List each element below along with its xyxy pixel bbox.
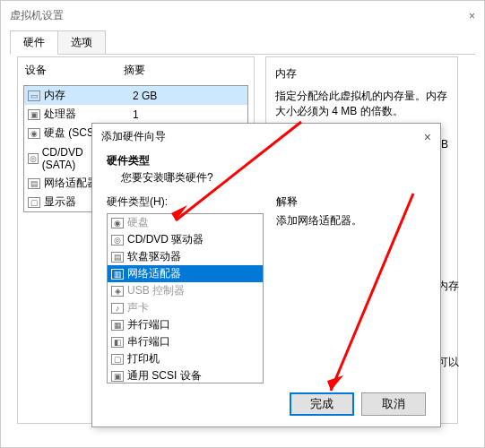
printer-icon: ▢ xyxy=(111,354,124,365)
device-name: 处理器 xyxy=(44,107,129,122)
hw-item-cd[interactable]: ◎CD/DVD 驱动器 xyxy=(108,231,263,248)
explanation-text: 添加网络适配器。 xyxy=(276,213,426,228)
memory-note: 指定分配给此虚拟机的内存量。内存大小必须为 4 MB 的倍数。 xyxy=(275,89,448,119)
hw-item-label: 打印机 xyxy=(127,351,160,366)
parallel-icon: ▦ xyxy=(111,320,124,331)
device-row[interactable]: ▭内存2 GB xyxy=(24,86,247,105)
memory-title: 内存 xyxy=(275,66,448,82)
network-icon: ▤ xyxy=(28,178,40,189)
serial-icon: ◧ xyxy=(111,337,124,348)
hw-item-label: 并行端口 xyxy=(127,317,170,332)
wizard-subheading: 您要安装哪类硬件? xyxy=(107,170,426,185)
hw-item-usb[interactable]: ◈USB 控制器 xyxy=(108,282,263,299)
scsi-icon: ▣ xyxy=(111,371,124,382)
hw-item-label: 软盘驱动器 xyxy=(127,249,181,264)
wizard-heading: 硬件类型 xyxy=(107,153,426,168)
cdrom-icon: ◎ xyxy=(28,153,39,164)
hw-item-serial[interactable]: ◧串行端口 xyxy=(108,333,263,350)
disk-icon: ◉ xyxy=(28,128,40,139)
close-icon[interactable]: × xyxy=(424,130,431,144)
floppy-icon: ▤ xyxy=(111,252,124,263)
device-summary: 2 GB xyxy=(133,90,157,102)
display-icon: ▢ xyxy=(28,197,40,208)
hw-item-label: 通用 SCSI 设备 xyxy=(127,368,202,383)
cancel-button[interactable]: 取消 xyxy=(361,392,426,416)
cdrom-icon: ◎ xyxy=(111,235,124,246)
hw-item-network[interactable]: ▥网络适配器 xyxy=(108,265,263,282)
usb-icon: ◈ xyxy=(111,286,124,297)
memory-icon: ▭ xyxy=(28,90,40,101)
device-summary: 1 xyxy=(133,108,139,121)
hw-types-list: ◉硬盘 ◎CD/DVD 驱动器 ▤软盘驱动器 ▥网络适配器 ◈USB 控制器 ♪… xyxy=(107,213,264,383)
disk-icon: ◉ xyxy=(111,218,124,228)
finish-button[interactable]: 完成 xyxy=(290,392,354,416)
hw-item-parallel[interactable]: ▦并行端口 xyxy=(108,316,263,333)
hw-item-label: 网络适配器 xyxy=(127,266,181,281)
window-title: 虚拟机设置 xyxy=(10,8,64,23)
network-icon: ▥ xyxy=(111,269,124,280)
hw-item-label: 硬盘 xyxy=(127,215,149,230)
hw-item-label: CD/DVD 驱动器 xyxy=(127,232,204,247)
hw-item-disk[interactable]: ◉硬盘 xyxy=(108,214,263,231)
tab-options[interactable]: 选项 xyxy=(57,30,106,54)
hw-item-label: 声卡 xyxy=(127,300,149,315)
tab-hardware[interactable]: 硬件 xyxy=(10,30,58,55)
close-icon[interactable]: × xyxy=(469,10,475,22)
hw-item-floppy[interactable]: ▤软盘驱动器 xyxy=(108,248,263,265)
sound-icon: ♪ xyxy=(111,303,124,314)
device-name: 内存 xyxy=(44,88,129,103)
hw-item-label: USB 控制器 xyxy=(127,283,185,298)
add-hardware-wizard: 添加硬件向导 × 硬件类型 您要安装哪类硬件? 硬件类型(H): ◉硬盘 ◎CD… xyxy=(91,123,441,427)
device-row[interactable]: ▣处理器1 xyxy=(24,105,247,124)
col-device: 设备 xyxy=(25,63,124,78)
hw-types-label: 硬件类型(H): xyxy=(107,194,264,210)
cpu-icon: ▣ xyxy=(28,109,40,120)
col-summary: 摘要 xyxy=(124,63,145,78)
wizard-title: 添加硬件向导 xyxy=(101,129,166,144)
hw-item-label: 串行端口 xyxy=(127,334,170,349)
hw-item-sound[interactable]: ♪声卡 xyxy=(108,299,263,316)
hw-item-printer[interactable]: ▢打印机 xyxy=(108,350,263,367)
explanation-label: 解释 xyxy=(276,194,426,210)
hw-item-scsi[interactable]: ▣通用 SCSI 设备 xyxy=(108,367,263,383)
